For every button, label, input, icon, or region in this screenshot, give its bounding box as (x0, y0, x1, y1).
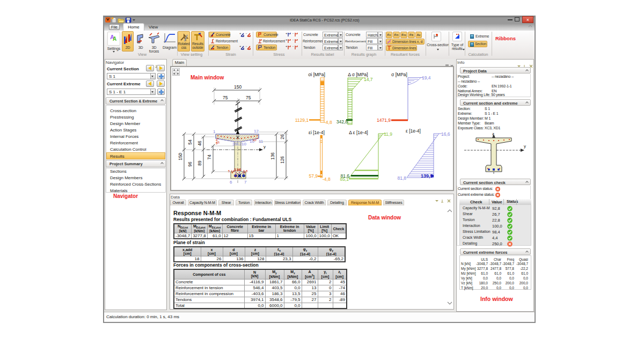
svg-text:y: y (264, 144, 266, 149)
svg-text:75: 75 (246, 95, 251, 100)
svg-text:74: 74 (207, 155, 212, 160)
svg-text:y: y (524, 144, 526, 149)
svg-text:-: - (246, 45, 247, 48)
svg-text:89: 89 (197, 160, 202, 166)
svg-text:ε [1e-4]: ε [1e-4] (406, 128, 421, 134)
svg-text:5: 5 (228, 170, 230, 173)
svg-text:-: - (292, 38, 294, 41)
svg-text:81,8: 81,8 (397, 175, 406, 181)
svg-text:26: 26 (280, 134, 285, 139)
svg-text:A: A (113, 36, 116, 42)
svg-text:εi [1e-4]: εi [1e-4] (309, 130, 325, 135)
svg-text:342,8: 342,8 (336, 119, 348, 124)
svg-text:+: + (239, 45, 241, 48)
svg-text:96: 96 (187, 161, 193, 167)
svg-text:150: 150 (234, 84, 241, 90)
svg-text:136: 136 (270, 152, 275, 160)
svg-text:-4,8: -4,8 (323, 177, 331, 182)
svg-text:σ [MPa]: σ [MPa] (391, 72, 407, 77)
svg-text:-4,8: -4,8 (324, 120, 332, 125)
svg-text:75: 75 (223, 95, 228, 100)
svg-text:57,9: 57,9 (309, 173, 318, 179)
svg-text:150: 150 (178, 153, 183, 160)
svg-text:8: 8 (246, 170, 248, 173)
svg-text:+: + (286, 45, 288, 48)
svg-text:-: - (246, 32, 247, 35)
svg-text:6: 6 (230, 180, 232, 185)
svg-text:126: 126 (280, 156, 285, 164)
svg-text:54: 54 (187, 139, 193, 145)
svg-text:16,6: 16,6 (441, 131, 450, 137)
svg-text:1471,9: 1471,9 (377, 117, 391, 123)
svg-text:+: + (286, 38, 288, 41)
svg-text:11: 11 (259, 139, 264, 144)
svg-text:85,1: 85,1 (340, 177, 349, 182)
svg-text:14,7: 14,7 (364, 77, 373, 82)
svg-text:-: - (292, 32, 294, 35)
svg-text:z: z (492, 131, 494, 136)
svg-text:19,4: 19,4 (422, 75, 431, 80)
svg-text:σi [MPa]: σi [MPa] (308, 72, 325, 77)
svg-text:1129,1: 1129,1 (295, 117, 309, 123)
svg-text:1: 1 (213, 129, 216, 134)
svg-text:10: 10 (253, 138, 257, 142)
svg-text:12: 12 (254, 129, 259, 134)
svg-text:-: - (292, 45, 294, 48)
svg-text:Δ ε [1e-4]: Δ ε [1e-4] (349, 130, 368, 135)
svg-text:+: + (286, 32, 288, 35)
svg-text:10: 10 (241, 142, 246, 146)
svg-text:136: 136 (234, 167, 241, 172)
svg-text:11,9: 11,9 (384, 131, 392, 137)
svg-text:+: + (239, 32, 241, 35)
svg-text:46: 46 (197, 141, 202, 146)
svg-text:7: 7 (244, 180, 247, 185)
svg-text:11: 11 (216, 141, 220, 144)
